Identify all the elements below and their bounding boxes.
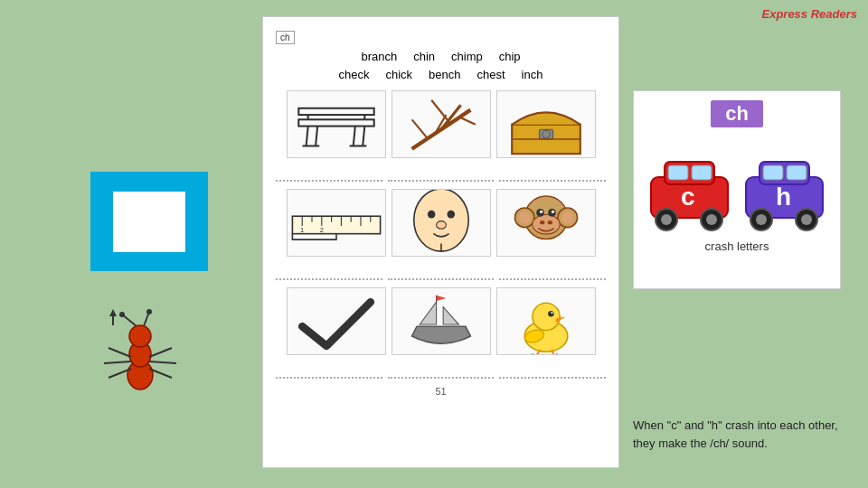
svg-rect-1 (298, 108, 373, 115)
svg-point-83 (661, 214, 672, 225)
dotted-line (276, 362, 382, 379)
svg-text:2: 2 (319, 225, 323, 233)
word-list: branch chin chimp chip check chick bench… (276, 48, 606, 83)
dotted-line (388, 362, 495, 379)
svg-line-15 (460, 117, 475, 125)
svg-line-13 (411, 119, 426, 136)
svg-point-39 (518, 212, 530, 224)
images-row-1 (276, 90, 606, 158)
word-chest: chest (477, 66, 505, 84)
svg-point-65 (129, 325, 151, 347)
svg-point-19 (542, 130, 550, 138)
svg-marker-51 (436, 295, 446, 300)
svg-rect-20 (292, 216, 380, 233)
svg-line-74 (149, 361, 176, 363)
svg-line-5 (363, 127, 364, 146)
svg-line-70 (108, 348, 131, 357)
svg-marker-49 (443, 306, 458, 324)
chest-image (496, 90, 596, 158)
crash-ch-label: ch (711, 100, 763, 127)
svg-point-44 (539, 211, 542, 213)
dotted-line (276, 264, 382, 280)
svg-rect-80 (668, 165, 688, 180)
svg-line-62 (553, 353, 557, 355)
bench-image (287, 90, 386, 158)
dotted-line (388, 264, 495, 280)
svg-line-71 (104, 361, 131, 363)
svg-point-47 (547, 221, 552, 224)
svg-point-33 (447, 210, 455, 218)
svg-point-45 (551, 211, 553, 213)
word-chick: chick (385, 66, 412, 84)
svg-line-3 (316, 127, 317, 146)
monkey-image (496, 189, 596, 257)
svg-point-54 (548, 311, 553, 316)
face-image (392, 189, 491, 257)
svg-point-69 (146, 309, 152, 314)
svg-text:h: h (776, 183, 791, 211)
svg-line-60 (531, 353, 535, 355)
branch-image (392, 90, 491, 158)
word-chip: chip (499, 48, 521, 66)
svg-point-40 (561, 212, 573, 224)
svg-point-92 (756, 214, 767, 225)
svg-text:c: c (681, 183, 695, 211)
svg-line-4 (353, 127, 354, 146)
images-row-2: 1 2 (276, 189, 606, 257)
dotted-line (276, 165, 382, 182)
dotted-lines-2 (276, 264, 606, 280)
svg-marker-77 (109, 309, 117, 316)
svg-point-32 (427, 210, 435, 218)
dotted-line (499, 264, 606, 280)
dotted-lines-1 (276, 165, 606, 182)
ch-blue-box: ch (90, 172, 208, 271)
svg-rect-0 (298, 119, 373, 126)
svg-line-12 (431, 100, 451, 125)
crash-panel: ch c h crash letters (633, 90, 841, 289)
svg-rect-89 (763, 165, 783, 180)
check-image (287, 287, 386, 355)
word-list-row-2: check chick bench chest inch (276, 66, 606, 84)
word-branch: branch (361, 48, 397, 66)
svg-point-34 (436, 221, 446, 229)
word-check: check (339, 66, 370, 84)
word-chimp: chimp (451, 48, 483, 66)
ruler-image: 1 2 (287, 189, 386, 257)
word-inch: inch (522, 66, 543, 84)
word-bench: bench (429, 66, 460, 84)
svg-point-31 (413, 189, 467, 251)
ant-illustration (90, 307, 190, 398)
svg-marker-48 (420, 302, 436, 324)
boat-image (392, 287, 491, 355)
chick-image (496, 287, 596, 355)
svg-point-55 (551, 312, 552, 314)
worksheet-panel: ch branch chin chimp chip check chick be… (262, 16, 619, 468)
description-text: When "c" and "h" crash into each other, … (633, 417, 841, 452)
svg-rect-90 (787, 165, 807, 180)
word-list-row-1: branch chin chimp chip (276, 48, 606, 66)
page-number: 51 (276, 386, 606, 397)
word-chin: chin (413, 48, 435, 66)
dotted-line (499, 165, 606, 182)
cars-svg: c h (646, 136, 827, 236)
dotted-line (499, 362, 606, 379)
svg-text:1: 1 (300, 225, 304, 233)
svg-line-2 (306, 127, 307, 146)
worksheet-label: ch (276, 31, 295, 44)
svg-line-73 (149, 348, 172, 357)
dotted-line (388, 165, 495, 182)
svg-point-68 (119, 312, 125, 317)
svg-point-46 (539, 221, 543, 224)
svg-rect-81 (692, 165, 712, 180)
svg-line-66 (122, 314, 137, 326)
svg-point-85 (706, 214, 717, 225)
brand-watermark: Express Readers (761, 7, 857, 21)
images-row-3 (276, 287, 606, 355)
crash-letters-label: crash letters (705, 239, 769, 253)
svg-point-94 (801, 214, 812, 225)
dotted-lines-3 (276, 362, 606, 379)
svg-point-53 (532, 303, 559, 330)
ch-text: ch (113, 192, 185, 252)
